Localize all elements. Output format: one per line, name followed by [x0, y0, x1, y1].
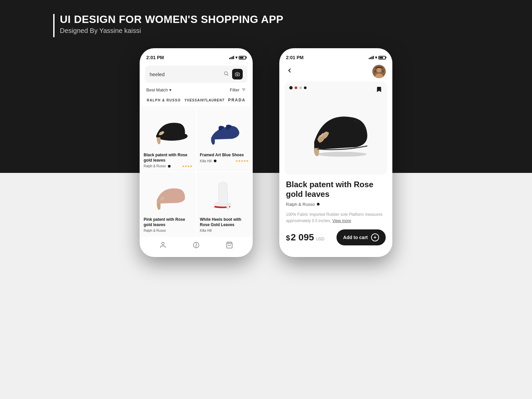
product-image-3: [144, 175, 193, 215]
price-display: $ 2 095 USD: [286, 232, 325, 243]
product-name-2: Framed Art Blue Shoes: [200, 153, 249, 158]
brands-row: RALPH & RUSSO YvesSaintLaurent PRADA: [140, 96, 253, 107]
page-title: UI DESIGN FOR WOMEN'S SHOPPING APP: [60, 13, 283, 26]
product-meta-4: Killa Hill: [200, 229, 249, 232]
header-text-block: UI DESIGN FOR WOMEN'S SHOPPING APP Desig…: [60, 13, 283, 35]
wifi-icon: ▾: [235, 55, 237, 60]
filter-icon: [241, 88, 246, 92]
back-button[interactable]: [286, 67, 293, 76]
verified-badge-1: [168, 165, 171, 168]
detail-brand-name: Ralph & Russo: [286, 202, 315, 207]
page-subtitle: Designed By Yassine kaissi: [60, 27, 283, 35]
detail-verified-badge: [317, 203, 320, 205]
product-stars-1: ★★★★: [182, 165, 193, 168]
heel-svg-3: [144, 177, 193, 214]
product-item-3[interactable]: Pink patent with Rose gold leaves Ralph …: [140, 172, 196, 236]
brand-ralph-russo[interactable]: RALPH & RUSSO: [147, 98, 181, 102]
search-icon: [223, 71, 229, 77]
product-brand-4: Killa Hill: [200, 229, 212, 232]
nav-profile-icon[interactable]: [159, 241, 167, 250]
heel-svg-2: [200, 112, 249, 149]
detail-product-title: Black patent with Rose gold leaves: [286, 180, 386, 199]
product-item-2[interactable]: Framed Art Blue Shoes Killa Hill ★★★★★: [197, 107, 252, 171]
sort-button[interactable]: Best Match ▾: [146, 87, 172, 92]
status-time-1: 2:01 PM: [146, 55, 164, 60]
wifi-icon-2: ▾: [375, 55, 377, 60]
plus-icon: +: [371, 233, 379, 241]
phone-detail-screen: 2:01 PM ▾: [279, 48, 392, 257]
product-item-1[interactable]: Black patent with Rose gold leaves Ralph…: [140, 107, 196, 171]
search-bar[interactable]: heeled: [145, 66, 247, 83]
status-icons-1: ▾: [229, 55, 246, 60]
verified-badge-2: [214, 160, 216, 162]
detail-info: Black patent with Rose gold leaves Ralph…: [279, 175, 392, 224]
product-image-4: [200, 175, 249, 215]
filter-bar: Best Match ▾ Filter: [140, 85, 253, 96]
product-brand-2: Killa Hill: [200, 159, 212, 163]
product-image-1: [144, 111, 193, 151]
camera-button[interactable]: [232, 69, 243, 79]
svg-point-2: [237, 73, 238, 75]
dot-2[interactable]: [295, 86, 297, 89]
product-name-3: Pink patent with Rose gold leaves: [144, 217, 193, 227]
view-more-link[interactable]: View more: [332, 218, 351, 223]
detail-shoe-svg: [293, 91, 379, 165]
sort-label: Best Match: [146, 87, 168, 92]
status-icons-2: ▾: [369, 55, 386, 60]
bottom-nav: [140, 236, 253, 257]
price-currency: USD: [316, 237, 324, 241]
battery-icon-2: [378, 56, 386, 60]
phone-notch: [176, 48, 216, 58]
product-brand-1: Ralph & Russo: [144, 164, 166, 168]
phone-search-screen: 2:01 PM ▾ heeled: [140, 48, 253, 257]
product-name-1: Black patent with Rose gold leaves: [144, 153, 193, 163]
products-grid: Black patent with Rose gold leaves Ralph…: [140, 107, 253, 236]
svg-point-0: [224, 72, 227, 75]
status-time-2: 2:01 PM: [286, 55, 304, 60]
nav-trending-icon[interactable]: [193, 241, 200, 250]
price-amount: 2 095: [291, 232, 314, 243]
product-image-2: [200, 111, 249, 151]
price-dollar-sign: $: [286, 234, 290, 242]
price-cart-row: $ 2 095 USD Add to cart +: [279, 224, 392, 252]
product-name-4: White Heels boot with Rose Gold Leaves: [200, 217, 249, 227]
carousel-dots: [289, 86, 307, 89]
phones-container: 2:01 PM ▾ heeled: [0, 48, 532, 257]
svg-point-13: [317, 152, 367, 157]
product-stars-2: ★★★★★: [235, 159, 249, 163]
signal-icon: [229, 56, 234, 59]
user-avatar[interactable]: [372, 65, 386, 78]
heel-svg-4: [200, 177, 249, 214]
heel-svg-1: [144, 112, 193, 149]
dot-3[interactable]: [299, 86, 302, 89]
header-bar: [53, 14, 55, 37]
brand-prada[interactable]: PRADA: [228, 98, 246, 102]
product-meta-2: Killa Hill ★★★★★: [200, 159, 249, 163]
nav-cart-icon[interactable]: [226, 241, 233, 250]
add-to-cart-button[interactable]: Add to cart +: [336, 229, 386, 245]
filter-label: Filter: [230, 87, 239, 92]
svg-point-7: [162, 242, 164, 245]
product-meta-3: Ralph & Russo: [144, 229, 193, 232]
signal-icon-2: [369, 56, 374, 59]
phone-notch-2: [316, 48, 356, 58]
chevron-down-icon: ▾: [169, 87, 172, 92]
battery-icon: [239, 56, 246, 60]
dot-1[interactable]: [289, 86, 293, 89]
product-brand-3: Ralph & Russo: [144, 229, 166, 232]
detail-description: 100% Fabric Imported Rubber sole Platfor…: [286, 211, 386, 224]
search-input[interactable]: heeled: [150, 71, 220, 77]
product-carousel: [285, 81, 387, 175]
bookmark-button[interactable]: [376, 86, 382, 94]
detail-header: [279, 63, 392, 81]
add-to-cart-label: Add to cart: [343, 235, 368, 240]
filter-button[interactable]: Filter: [230, 87, 246, 92]
detail-brand-row: Ralph & Russo: [286, 202, 386, 207]
svg-point-11: [377, 68, 381, 72]
product-item-4[interactable]: White Heels boot with Rose Gold Leaves K…: [197, 172, 252, 236]
svg-line-1: [227, 74, 228, 76]
dot-4[interactable]: [304, 86, 307, 89]
brand-ysl[interactable]: YvesSaintLaurent: [185, 98, 224, 102]
product-meta-1: Ralph & Russo ★★★★: [144, 164, 193, 168]
page-header: UI DESIGN FOR WOMEN'S SHOPPING APP Desig…: [53, 13, 283, 37]
